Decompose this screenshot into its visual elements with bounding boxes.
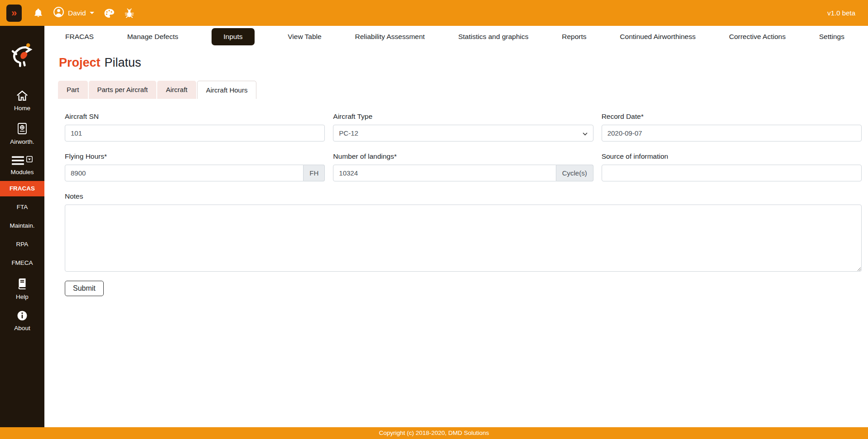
tab-aircraft[interactable]: Aircraft — [157, 81, 196, 99]
info-circle-icon — [17, 310, 28, 322]
sidebar-item-about[interactable]: About — [14, 310, 30, 332]
sidebar-collapse-button[interactable]: » — [6, 5, 22, 22]
nav-item-reports[interactable]: Reports — [562, 33, 586, 41]
sidebar-item-label: Modules — [10, 169, 34, 176]
flying-hours-label: Flying Hours* — [65, 152, 325, 161]
source-label: Source of information — [602, 152, 862, 161]
sidebar-item-modules[interactable]: Modules — [10, 156, 34, 176]
main-nav: FRACAS Manage Defects Inputs View Table … — [44, 26, 868, 48]
module-item-fmeca[interactable]: FMECA — [0, 255, 44, 271]
sidebar-item-label: Home — [14, 105, 30, 112]
nav-item-continued-airworthiness[interactable]: Continued Airworthiness — [620, 33, 695, 41]
field-source-of-information: Source of information — [602, 152, 862, 181]
nav-item-inputs[interactable]: Inputs — [212, 28, 254, 45]
page-title: ProjectPilatus — [59, 56, 868, 70]
sidebar-item-airworthiness[interactable]: Airworth. — [10, 122, 34, 145]
home-icon — [16, 90, 28, 102]
modules-icon-row — [12, 156, 33, 166]
user-name: David — [68, 9, 86, 17]
aircraft-type-label: Aircraft Type — [333, 112, 593, 121]
copyright-text: Copyright (c) 2018-2020, DMD Solutions — [379, 429, 489, 436]
notes-label: Notes — [65, 192, 862, 200]
field-notes: Notes — [65, 192, 862, 272]
nav-item-corrective-actions[interactable]: Corrective Actions — [729, 33, 786, 41]
notifications-bell-icon[interactable] — [33, 7, 43, 19]
field-aircraft-sn: Aircraft SN — [65, 112, 325, 141]
app: » David — [0, 0, 868, 439]
nav-item-manage-defects[interactable]: Manage Defects — [127, 33, 178, 41]
nav-item-reliability-assessment[interactable]: Reliability Assessment — [355, 33, 424, 41]
sidebar-item-label: About — [14, 325, 30, 332]
source-input[interactable] — [602, 165, 862, 181]
footer: Copyright (c) 2018-2020, DMD Solutions — [0, 427, 868, 439]
robin-logo-icon[interactable] — [8, 40, 36, 70]
aircraft-sn-label: Aircraft SN — [65, 112, 325, 121]
tab-aircraft-hours[interactable]: Aircraft Hours — [197, 81, 257, 99]
nav-item-fracas[interactable]: FRACAS — [65, 33, 94, 41]
module-item-fracas[interactable]: FRACAS — [0, 181, 44, 196]
landings-unit-addon: Cycle(s) — [556, 165, 593, 181]
aircraft-type-select[interactable]: PC-12 — [333, 125, 593, 141]
module-item-rpa[interactable]: RPA — [0, 237, 44, 252]
flying-hours-input[interactable] — [65, 165, 304, 181]
passport-icon — [17, 122, 27, 136]
submit-button[interactable]: Submit — [65, 281, 104, 296]
record-date-label: Record Date* — [602, 112, 862, 121]
user-avatar-icon — [53, 6, 64, 20]
tab-parts-per-aircraft[interactable]: Parts per Aircraft — [89, 81, 157, 99]
aircraft-sn-input[interactable] — [65, 125, 325, 141]
menu-bars-icon — [12, 156, 24, 166]
tab-bar: Part Parts per Aircraft Aircraft Aircraf… — [58, 81, 868, 99]
main-content: FRACAS Manage Defects Inputs View Table … — [44, 26, 868, 427]
module-item-fta[interactable]: FTA — [0, 200, 44, 215]
landings-label: Number of landings* — [333, 152, 593, 161]
caret-down-icon — [90, 12, 94, 14]
chevron-down-icon — [583, 129, 588, 137]
tab-part[interactable]: Part — [58, 81, 88, 99]
field-flying-hours: Flying Hours* FH — [65, 152, 325, 181]
record-date-input[interactable] — [602, 125, 862, 141]
sidebar-item-help[interactable]: Help — [16, 278, 29, 300]
user-menu[interactable]: David — [53, 6, 94, 20]
module-item-maintain[interactable]: Maintain. — [0, 218, 44, 234]
flying-hours-unit-addon: FH — [304, 165, 325, 181]
book-icon — [17, 278, 28, 291]
aircraft-type-selected-value: PC-12 — [339, 129, 358, 137]
landings-input[interactable] — [333, 165, 556, 181]
field-number-of-landings: Number of landings* Cycle(s) — [333, 152, 593, 181]
bug-report-icon[interactable] — [124, 8, 135, 19]
theme-palette-icon[interactable] — [104, 8, 115, 19]
nav-item-settings[interactable]: Settings — [819, 33, 844, 41]
sidebar-item-label: Help — [16, 293, 29, 300]
sidebar-item-label: Airworth. — [10, 138, 34, 145]
aircraft-hours-form: Aircraft SN Aircraft Type PC-12 — [65, 112, 862, 296]
page-title-prefix: Project — [59, 56, 101, 69]
nav-item-view-table[interactable]: View Table — [288, 33, 321, 41]
field-aircraft-type: Aircraft Type PC-12 — [333, 112, 593, 141]
nav-item-statistics-and-graphics[interactable]: Statistics and graphics — [458, 33, 528, 41]
notes-textarea[interactable] — [65, 205, 862, 272]
caret-down-square-icon[interactable] — [26, 156, 33, 164]
topbar: » David — [0, 0, 868, 26]
sidebar: Home Airworth. — [0, 26, 44, 427]
modules-list: FRACAS FTA Maintain. RPA FMECA — [0, 181, 44, 274]
page-title-name: Pilatus — [105, 56, 141, 69]
version-label: v1.0 beta — [827, 9, 855, 17]
field-record-date: Record Date* — [602, 112, 862, 141]
sidebar-item-home[interactable]: Home — [14, 90, 30, 112]
